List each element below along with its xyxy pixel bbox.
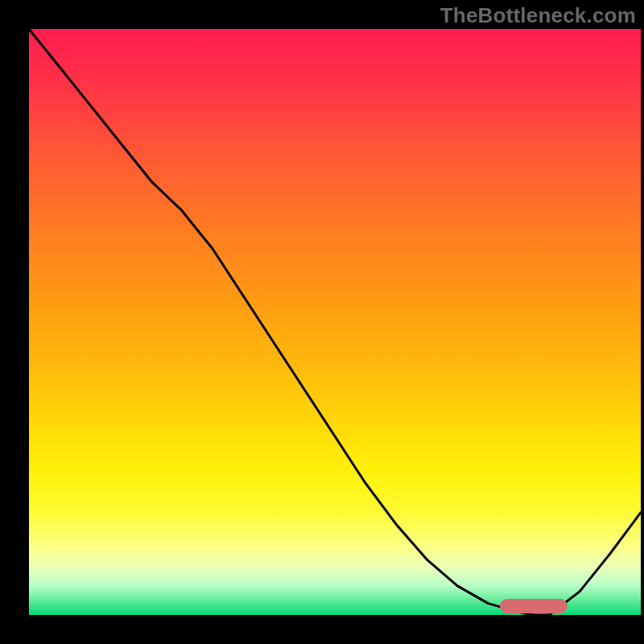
plot-area bbox=[29, 29, 641, 615]
chart-frame: TheBottleneck.com bbox=[0, 0, 644, 644]
optimal-segment-marker bbox=[500, 599, 568, 613]
watermark-text: TheBottleneck.com bbox=[440, 3, 636, 28]
curve-svg bbox=[29, 29, 641, 615]
bottleneck-curve bbox=[29, 29, 641, 615]
